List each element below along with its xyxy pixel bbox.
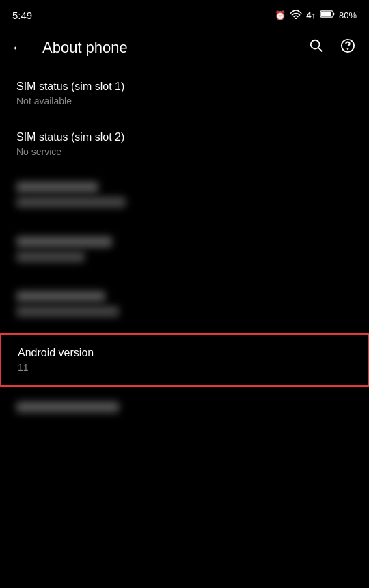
android-version-title: Android version bbox=[18, 347, 351, 359]
app-bar: ← About phone bbox=[0, 27, 369, 68]
svg-point-7 bbox=[348, 48, 348, 49]
blurred-title-2 bbox=[16, 236, 112, 247]
status-bar: 5:49 ⏰ 4↑ 80% bbox=[0, 0, 369, 27]
app-bar-actions bbox=[306, 36, 358, 60]
blurred-title-1 bbox=[16, 182, 98, 193]
sim-slot-2-item[interactable]: SIM status (sim slot 2) No service bbox=[0, 119, 369, 169]
sim-slot-1-title: SIM status (sim slot 1) bbox=[16, 81, 353, 93]
blurred-item-last[interactable] bbox=[0, 387, 369, 429]
back-button[interactable]: ← bbox=[5, 33, 31, 62]
svg-line-5 bbox=[318, 48, 322, 51]
sim-slot-1-subtitle: Not available bbox=[16, 96, 353, 107]
search-icon[interactable] bbox=[306, 36, 327, 60]
wifi-icon bbox=[290, 10, 302, 21]
svg-point-0 bbox=[295, 18, 297, 18]
signal-icon: 4↑ bbox=[306, 10, 316, 20]
content: SIM status (sim slot 1) Not available SI… bbox=[0, 68, 369, 429]
blurred-item-3[interactable] bbox=[0, 279, 369, 333]
alarm-icon: ⏰ bbox=[275, 10, 286, 20]
android-version-item[interactable]: Android version 11 bbox=[0, 333, 369, 387]
sim-slot-2-title: SIM status (sim slot 2) bbox=[16, 131, 353, 143]
battery-icon bbox=[320, 10, 335, 20]
sim-slot-2-subtitle: No service bbox=[16, 146, 353, 157]
blurred-title-last bbox=[16, 402, 119, 412]
status-time: 5:49 bbox=[12, 10, 32, 21]
blurred-subtitle-1 bbox=[16, 197, 126, 208]
status-icons: ⏰ 4↑ 80% bbox=[275, 10, 357, 21]
svg-point-4 bbox=[311, 40, 320, 49]
blurred-subtitle-3 bbox=[16, 306, 119, 317]
svg-rect-2 bbox=[333, 12, 334, 15]
blurred-item-1[interactable] bbox=[0, 169, 369, 224]
page-title: About phone bbox=[42, 39, 295, 57]
sim-slot-1-item[interactable]: SIM status (sim slot 1) Not available bbox=[0, 68, 369, 119]
svg-rect-3 bbox=[321, 12, 331, 17]
android-version-value: 11 bbox=[18, 362, 351, 373]
blurred-subtitle-2 bbox=[16, 251, 85, 262]
battery-percent: 80% bbox=[339, 10, 357, 20]
blurred-item-2[interactable] bbox=[0, 224, 369, 279]
blurred-title-3 bbox=[16, 291, 105, 302]
help-icon[interactable] bbox=[338, 36, 358, 60]
